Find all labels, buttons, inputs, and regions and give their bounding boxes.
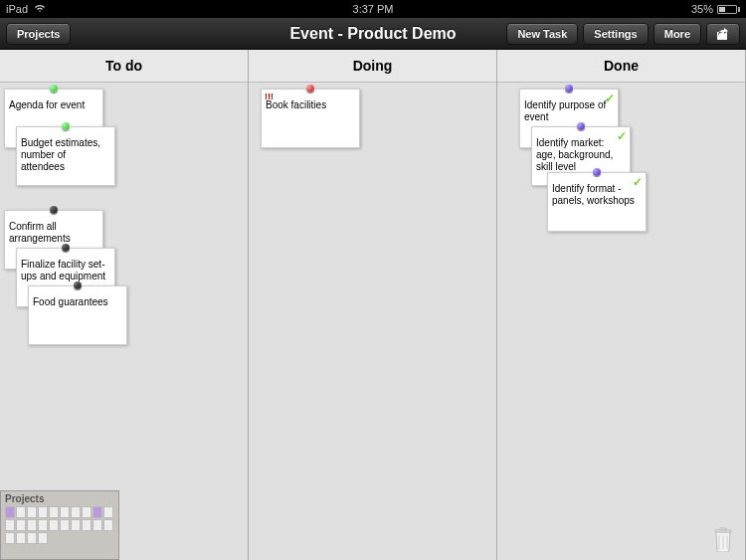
more-button[interactable]: More [653,23,701,45]
wifi-icon [34,3,46,15]
pin-icon [593,168,601,176]
battery-percent: 35% [691,3,713,15]
thumb-preview [5,506,114,544]
page-title: Event - Product Demo [289,25,456,43]
column-done[interactable]: Done ✓ Identify purpose of event ✓ Ident… [497,50,746,560]
pin-icon [50,85,58,93]
share-button[interactable] [706,23,740,45]
settings-button[interactable]: Settings [583,23,648,45]
column-header-todo: To do [0,50,248,83]
new-task-button[interactable]: New Task [506,23,578,45]
kanban-board: To do Agenda for event Budget estimates,… [0,50,746,560]
check-icon: ✓ [633,175,643,189]
task-card[interactable]: ✓ Identify format - panels, workshops [547,172,647,232]
column-doing[interactable]: Doing !!! Book facilities [249,50,497,560]
battery-icon [717,5,740,14]
status-time: 3:37 PM [353,3,394,15]
card-text: Identify market: age, background, skill … [536,137,613,172]
pin-icon [62,122,70,130]
trash-icon[interactable] [712,526,734,552]
column-todo[interactable]: To do Agenda for event Budget estimates,… [0,50,249,560]
task-card[interactable]: Budget estimates, number of attendees [16,126,115,186]
projects-thumb-label: Projects [5,493,44,504]
status-bar: iPad 3:37 PM 35% [0,0,746,18]
task-card[interactable]: Food guarantees [28,285,127,345]
pin-icon [306,85,314,93]
check-icon: ✓ [617,129,627,143]
card-text: Identify format - panels, workshops [552,183,635,206]
card-text: Finalize facility set-ups and equipment [21,259,105,281]
card-text: Confirm all arrangements [9,221,71,244]
task-card[interactable]: !!! Book facilities [261,89,360,148]
pin-icon [74,281,82,289]
priority-indicator: !!! [265,92,274,102]
toolbar: Projects Event - Product Demo New Task S… [0,18,746,50]
card-text: Agenda for event [9,99,85,110]
device-label: iPad [6,3,28,15]
pin-icon [50,206,58,214]
card-text: Identify purpose of event [524,99,606,122]
card-text: Book facilities [266,99,326,110]
pin-icon [565,85,573,93]
card-text: Food guarantees [33,296,108,307]
share-icon [715,27,731,41]
column-header-done: Done [497,50,745,83]
card-text: Budget estimates, number of attendees [21,137,100,172]
column-header-doing: Doing [249,50,496,83]
check-icon: ✓ [605,92,615,105]
projects-button[interactable]: Projects [6,23,71,45]
pin-icon [577,122,585,130]
projects-thumbnail[interactable]: Projects [0,490,119,560]
pin-icon [62,244,70,252]
